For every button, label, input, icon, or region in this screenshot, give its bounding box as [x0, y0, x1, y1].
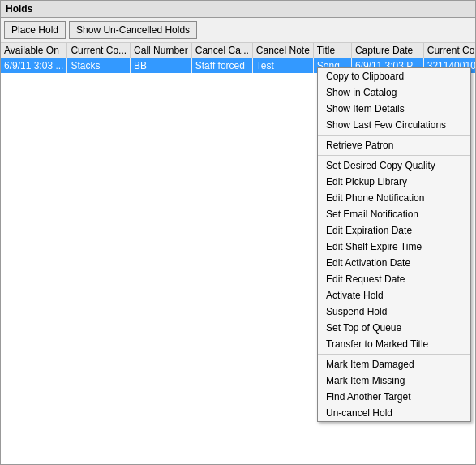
col-cancel-note: Cancel Note — [252, 43, 313, 58]
context-menu-item-edit-shelf-expire-time[interactable]: Edit Shelf Expire Time — [318, 239, 470, 255]
context-menu-item-edit-activation-date[interactable]: Edit Activation Date — [318, 255, 470, 271]
window-title: Holds — [1, 1, 475, 18]
context-menu-item-un-cancel-hold[interactable]: Un-cancel Hold — [318, 405, 470, 421]
show-uncancelled-button[interactable]: Show Un-Cancelled Holds — [69, 21, 197, 39]
context-menu-item-transfer-to-marked-title[interactable]: Transfer to Marked Title — [318, 336, 470, 352]
context-menu-item-copy-to-clipboard[interactable]: Copy to Clipboard — [318, 68, 470, 84]
context-menu-item-retrieve-patron[interactable]: Retrieve Patron — [318, 137, 470, 153]
col-current-co: Current Co... — [67, 43, 131, 58]
col-available-on: Available On — [1, 43, 67, 58]
context-menu: Copy to ClipboardShow in CatalogShow Ite… — [317, 67, 471, 422]
context-menu-separator — [318, 135, 470, 136]
context-menu-item-show-last-few-circulations[interactable]: Show Last Few Circulations — [318, 117, 470, 133]
context-menu-item-set-desired-copy-quality[interactable]: Set Desired Copy Quality — [318, 157, 470, 174]
cell-cancel-note: Test — [252, 58, 313, 74]
context-menu-item-show-item-details[interactable]: Show Item Details — [318, 101, 470, 117]
context-menu-separator — [318, 155, 470, 156]
context-menu-item-mark-item-damaged[interactable]: Mark Item Damaged — [318, 356, 470, 372]
context-menu-item-edit-phone-notification[interactable]: Edit Phone Notification — [318, 190, 470, 206]
context-menu-item-find-another-target[interactable]: Find Another Target — [318, 389, 470, 405]
table-container: Available On Current Co... Call Number C… — [1, 43, 475, 464]
cell-available-on: 6/9/11 3:03 ... — [1, 58, 67, 74]
context-menu-item-edit-pickup-library[interactable]: Edit Pickup Library — [318, 174, 470, 190]
context-menu-item-mark-item-missing[interactable]: Mark Item Missing — [318, 372, 470, 389]
holds-window: Holds Place Hold Show Un-Cancelled Holds… — [0, 0, 476, 465]
table-header-row: Available On Current Co... Call Number C… — [1, 43, 475, 58]
cell-cancel-ca: Staff forced — [191, 58, 252, 74]
col-cancel-ca: Cancel Ca... — [191, 43, 252, 58]
toolbar: Place Hold Show Un-Cancelled Holds — [1, 18, 475, 43]
context-menu-item-edit-request-date[interactable]: Edit Request Date — [318, 271, 470, 287]
context-menu-item-set-email-notification[interactable]: Set Email Notification — [318, 206, 470, 222]
cell-call-number: BB — [131, 58, 192, 74]
col-call-number: Call Number — [131, 43, 192, 58]
place-hold-button[interactable]: Place Hold — [4, 21, 66, 39]
context-menu-separator — [318, 354, 470, 355]
cell-current-co: Stacks — [67, 58, 131, 74]
context-menu-item-activate-hold[interactable]: Activate Hold — [318, 287, 470, 304]
col-capture-date: Capture Date — [351, 43, 423, 58]
context-menu-item-show-in-catalog[interactable]: Show in Catalog — [318, 84, 470, 101]
context-menu-item-set-top-of-queue[interactable]: Set Top of Queue — [318, 320, 470, 336]
context-menu-item-suspend-hold[interactable]: Suspend Hold — [318, 304, 470, 320]
col-title: Title — [313, 43, 351, 58]
col-current-co2: Current Co... — [423, 43, 475, 58]
context-menu-item-edit-expiration-date[interactable]: Edit Expiration Date — [318, 222, 470, 239]
